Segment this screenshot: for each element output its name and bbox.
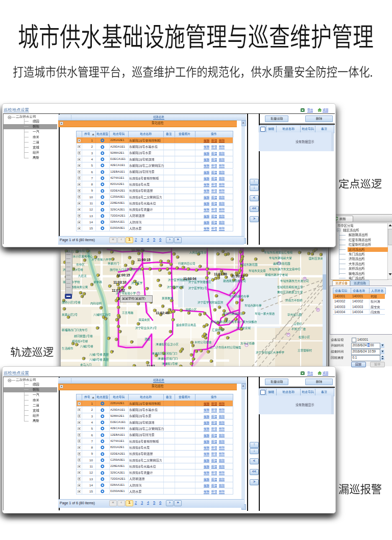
svg-text:W: W [287,333,290,336]
svg-text:W: W [137,292,140,294]
svg-text:W: W [317,308,320,311]
